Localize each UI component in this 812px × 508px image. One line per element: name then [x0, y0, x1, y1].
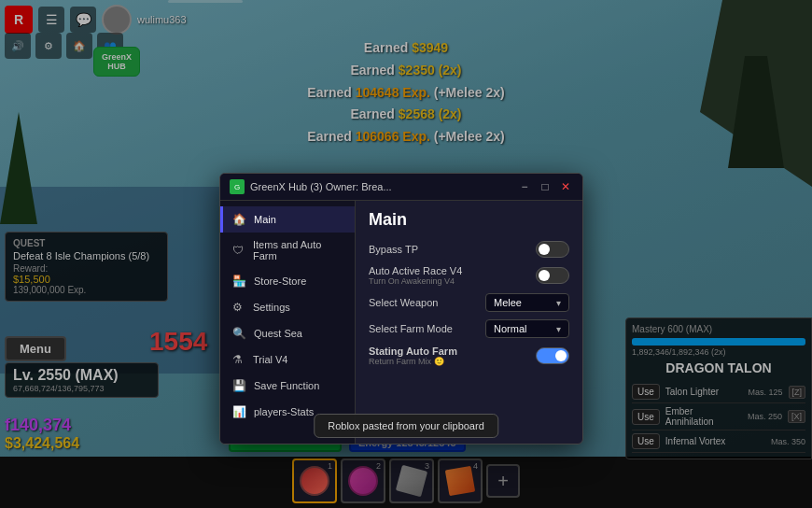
auto-race-row: Auto Active Race V4 Turn On Awakening V4 — [369, 265, 569, 286]
clipboard-notification: Roblox pasted from your clipboard — [314, 414, 498, 438]
quest-icon: 🔍 — [232, 327, 246, 340]
auto-race-toggle[interactable] — [536, 267, 569, 284]
modal-title-icon: G — [230, 179, 245, 194]
sidebar-label-save: Save Function — [254, 380, 319, 391]
sidebar-item-items[interactable]: 🛡 Items and Auto Farm — [220, 233, 355, 268]
store-icon: 🏪 — [232, 275, 246, 288]
modal-title-left: G GreenX Hub (3) Owner: Brea... — [230, 179, 392, 194]
bypass-tp-label: Bypass TP — [369, 244, 418, 255]
trial-icon: ⚗ — [232, 353, 245, 366]
sidebar-label-players: players-Stats — [254, 406, 314, 417]
toggle-knob — [539, 244, 550, 255]
modal-titlebar: G GreenX Hub (3) Owner: Brea... − □ ✕ — [220, 174, 582, 201]
close-button[interactable]: ✕ — [558, 179, 573, 194]
auto-farm-row: Stating Auto Farm Return Farm Mix 🙂 — [369, 346, 569, 366]
sidebar-item-quest[interactable]: 🔍 Quest Sea — [220, 320, 355, 346]
sidebar-item-store[interactable]: 🏪 Store-Store — [220, 268, 355, 294]
sidebar-item-save[interactable]: 💾 Save Function — [220, 373, 355, 399]
auto-farm-toggle[interactable] — [536, 347, 569, 364]
auto-farm-knob — [555, 350, 567, 361]
sidebar-item-settings[interactable]: ⚙ Settings — [220, 294, 355, 320]
bypass-tp-toggle[interactable] — [536, 241, 569, 258]
modal-main-content: Main Bypass TP Auto Active Race V4 Turn … — [356, 201, 582, 444]
select-weapon-control[interactable]: Melee ▾ — [485, 293, 569, 312]
sidebar-label-trial: Trial V4 — [253, 354, 288, 365]
sidebar-label-main: Main — [254, 214, 276, 225]
sidebar-label-settings: Settings — [253, 302, 290, 313]
modal-sidebar: 🏠 Main 🛡 Items and Auto Farm 🏪 Store-Sto… — [220, 201, 356, 444]
maximize-button[interactable]: □ — [538, 179, 553, 194]
stats-icon: 📊 — [232, 405, 246, 418]
sidebar-label-items: Items and Auto Farm — [253, 239, 345, 261]
sidebar-item-main[interactable]: 🏠 Main — [220, 206, 355, 233]
greenx-modal: G GreenX Hub (3) Owner: Brea... − □ ✕ 🏠 … — [219, 173, 583, 444]
select-farm-mode-row: Select Farm Mode Normal ▾ — [369, 319, 569, 338]
sidebar-item-trial[interactable]: ⚗ Trial V4 — [220, 346, 355, 373]
auto-race-label: Auto Active Race V4 Turn On Awakening V4 — [369, 265, 462, 286]
minimize-button[interactable]: − — [517, 179, 532, 194]
auto-farm-label: Stating Auto Farm Return Farm Mix 🙂 — [369, 346, 457, 366]
save-icon: 💾 — [232, 379, 246, 392]
settings-icon: ⚙ — [232, 301, 245, 314]
select-farm-mode-control[interactable]: Normal ▾ — [485, 319, 569, 338]
sidebar-label-quest: Quest Sea — [254, 328, 302, 339]
auto-race-knob — [539, 270, 550, 281]
home-icon: 🏠 — [232, 213, 246, 226]
modal-title-controls: − □ ✕ — [517, 179, 573, 194]
sidebar-label-store: Store-Store — [254, 275, 306, 287]
shield-icon: 🛡 — [232, 244, 245, 257]
modal-body: 🏠 Main 🛡 Items and Auto Farm 🏪 Store-Sto… — [220, 201, 582, 444]
select-weapon-row: Select Weapon Melee ▾ — [369, 293, 569, 312]
bypass-tp-row: Bypass TP — [369, 241, 569, 258]
